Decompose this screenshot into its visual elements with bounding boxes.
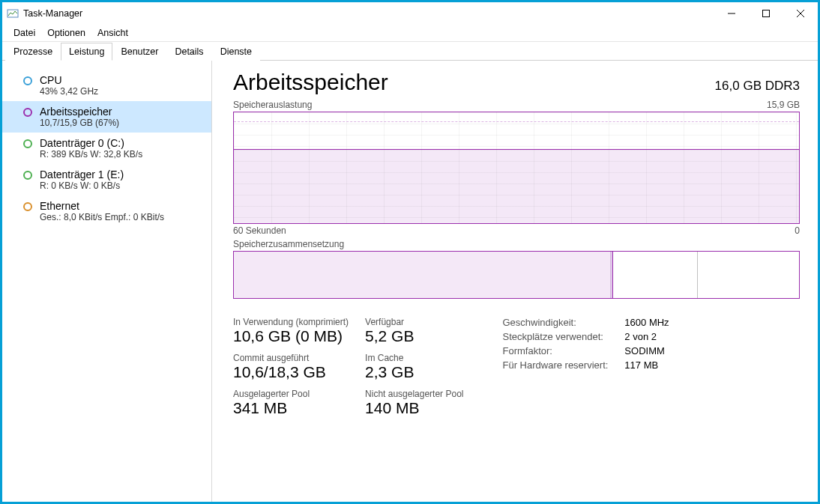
stat-label: Nicht ausgelagerter Pool [365,389,463,399]
window-title: Task-Manager [23,8,82,19]
sidebar-item-cpu[interactable]: CPU43% 3,42 GHz [2,70,211,101]
sidebar-item-sub: Ges.: 8,0 KBit/s Empf.: 0 KBit/s [40,212,164,222]
close-button[interactable] [783,2,818,25]
panel-capacity: 16,0 GB DDR3 [715,79,800,94]
sidebar-item-sub: 10,7/15,9 GB (67%) [40,118,119,128]
menu-options[interactable]: Optionen [47,28,85,38]
svg-rect-2 [763,10,770,17]
sidebar-item-arbeitsspeicher[interactable]: Arbeitsspeicher10,7/15,9 GB (67%) [2,101,211,133]
stat-value: 10,6 GB (0 MB) [233,327,349,345]
stat-side-key: Formfaktor: [502,345,608,356]
window-controls [714,2,818,25]
task-manager-window: Task-Manager Datei Optionen Ansicht Proz… [0,0,820,504]
axis-left: 60 Sekunden [233,225,286,236]
memory-usage-graph [233,112,800,224]
sidebar-item-name: Datenträger 1 (E:) [40,168,124,180]
resource-dot-icon [23,139,32,148]
minimize-button[interactable] [714,2,749,25]
menubar: Datei Optionen Ansicht [2,25,818,42]
titlebar: Task-Manager [2,2,818,25]
stat-value: 2,3 GB [365,363,463,381]
tab-performance[interactable]: Leistung [61,43,112,61]
sidebar-item-datentr-ger-1-e-[interactable]: Datenträger 1 (E:)R: 0 KB/s W: 0 KB/s [2,164,211,195]
menu-file[interactable]: Datei [13,28,35,38]
usage-label-right: 15,9 GB [767,100,800,110]
stat-side-value: SODIMM [624,345,669,356]
sidebar-item-name: Datenträger 0 (C:) [40,137,142,149]
resource-dot-icon [23,202,32,211]
stat-block: Commit ausgeführt10,6/18,3 GB [233,353,349,381]
memory-usage-marker [234,121,799,122]
stat-side-key: Geschwindigkeit: [502,317,608,328]
memory-usage-fill [234,149,799,223]
memory-stats: In Verwendung (komprimiert)10,6 GB (0 MB… [233,317,800,417]
sidebar-item-sub: R: 389 KB/s W: 32,8 KB/s [40,149,142,160]
composition-segment [698,252,799,298]
memory-composition-bar [233,251,800,299]
body: CPU43% 3,42 GHzArbeitsspeicher10,7/15,9 … [2,61,818,502]
axis-right: 0 [795,225,800,236]
stat-side-value: 1600 MHz [624,317,669,328]
sidebar-item-sub: 43% 3,42 GHz [40,86,98,97]
stat-side-value: 2 von 2 [624,331,669,342]
panel-title: Arbeitsspeicher [233,70,388,95]
tab-processes[interactable]: Prozesse [5,43,61,61]
stat-block: Im Cache2,3 GB [365,353,463,381]
stat-block: Verfügbar5,2 GB [365,317,463,345]
stat-block: In Verwendung (komprimiert)10,6 GB (0 MB… [233,317,349,345]
performance-sidebar: CPU43% 3,42 GHzArbeitsspeicher10,7/15,9 … [2,61,212,502]
sidebar-item-ethernet[interactable]: EthernetGes.: 8,0 KBit/s Empf.: 0 KBit/s [2,195,211,227]
stat-block: Nicht ausgelagerter Pool140 MB [365,389,463,417]
app-icon [7,7,19,19]
sidebar-item-datentr-ger-0-c-[interactable]: Datenträger 0 (C:)R: 389 KB/s W: 32,8 KB… [2,133,211,164]
memory-stats-main: In Verwendung (komprimiert)10,6 GB (0 MB… [233,317,463,417]
composition-label: Speicherzusammensetzung [233,239,344,249]
sidebar-item-name: CPU [40,74,98,86]
stat-label: Ausgelagerter Pool [233,389,349,399]
tab-details[interactable]: Details [166,43,211,61]
sidebar-item-name: Ethernet [40,200,164,212]
tab-services[interactable]: Dienste [212,43,260,61]
stat-value: 5,2 GB [365,327,463,345]
stat-side-key: Steckplätze verwendet: [502,331,608,342]
tab-strip: Prozesse Leistung Benutzer Details Diens… [2,42,818,61]
stat-side-key: Für Hardware reserviert: [502,359,608,371]
svg-rect-0 [7,10,18,17]
memory-panel: Arbeitsspeicher 16,0 GB DDR3 Speicheraus… [212,61,818,502]
stat-label: Im Cache [365,353,463,363]
memory-stats-side: Geschwindigkeit:1600 MHzSteckplätze verw… [502,317,669,371]
stat-side-value: 117 MB [624,359,669,371]
stat-block: Ausgelagerter Pool341 MB [233,389,349,417]
maximize-button[interactable] [749,2,783,25]
menu-view[interactable]: Ansicht [97,28,128,38]
usage-label-left: Speicherauslastung [233,100,312,110]
sidebar-item-name: Arbeitsspeicher [40,106,119,118]
stat-value: 341 MB [233,399,349,417]
resource-dot-icon [23,76,32,85]
resource-dot-icon [23,171,32,180]
stat-label: Commit ausgeführt [233,353,349,363]
stat-value: 10,6/18,3 GB [233,363,349,381]
stat-value: 140 MB [365,399,463,417]
tab-users[interactable]: Benutzer [112,43,166,61]
sidebar-item-sub: R: 0 KB/s W: 0 KB/s [40,180,124,191]
composition-segment [613,252,698,298]
resource-dot-icon [23,108,32,117]
stat-label: In Verwendung (komprimiert) [233,317,349,327]
composition-segment [234,252,611,298]
stat-label: Verfügbar [365,317,463,327]
